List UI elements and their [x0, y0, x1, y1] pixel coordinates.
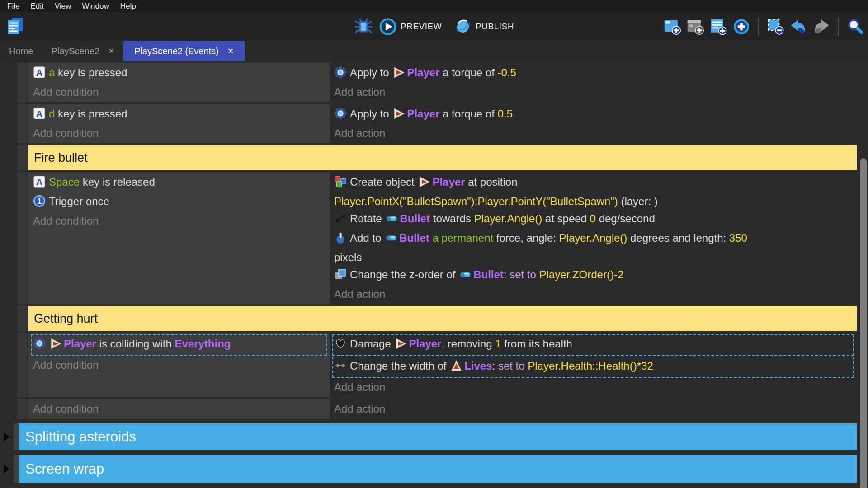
text-segment: a torque of — [439, 66, 497, 79]
action-instruction-selected[interactable]: Damage Player, removing 1 from its healt… — [332, 334, 854, 356]
add-condition-link[interactable]: Add condition — [33, 357, 330, 374]
text-segment: Player.Angle() — [474, 212, 542, 225]
events-sheet: Aa key is pressedAdd conditionApply to P… — [0, 61, 868, 488]
text-segment: Player.Angle() — [559, 232, 627, 244]
group-title[interactable]: Screen wrap — [19, 455, 857, 483]
event-drag-handle[interactable] — [17, 63, 27, 102]
text-segment: Damage — [350, 338, 394, 350]
collapse-arrow-icon[interactable] — [4, 432, 9, 441]
event-drag-handle[interactable] — [17, 399, 27, 419]
add-event-icon[interactable] — [663, 18, 681, 36]
condition-instruction[interactable]: ASpace key is released — [33, 174, 330, 193]
collapse-arrow-icon[interactable] — [4, 465, 9, 474]
text-segment: Space — [49, 176, 80, 188]
text-segment: Add to — [350, 232, 384, 244]
add-condition-link[interactable]: Add condition — [33, 125, 330, 142]
action-instruction[interactable]: Apply to Player a torque of 0.5 — [334, 105, 857, 125]
condition-instruction[interactable]: Aa key is pressed — [33, 64, 330, 84]
standard-event: Add conditionAdd action — [17, 399, 857, 419]
menu-file[interactable]: File — [2, 0, 25, 12]
event-drag-handle[interactable] — [17, 306, 27, 331]
publish-button[interactable]: PUBLISH — [454, 18, 514, 35]
instruction-line: Change the width of Lives: set to Player… — [334, 357, 853, 377]
group-drag-handle[interactable] — [14, 455, 19, 483]
conditions-column: Player is colliding with EverythingAdd c… — [28, 333, 330, 397]
condition-instruction[interactable]: Ad key is pressed — [33, 105, 330, 125]
keyboard-icon: A — [33, 66, 49, 84]
action-instruction[interactable]: Create object Player at positionPlayer.P… — [334, 174, 857, 210]
text-segment: Player — [432, 176, 465, 188]
heart-icon — [334, 337, 350, 355]
add-action-link[interactable]: Add action — [334, 125, 857, 142]
text-segment: key is pressed — [55, 66, 127, 79]
condition-instruction-selected[interactable]: Player is colliding with Everything — [31, 334, 327, 356]
actions-column: Apply to Player a torque of -0.5Add acti… — [330, 63, 857, 102]
event-drag-handle[interactable] — [17, 333, 27, 397]
tab-bar: Home PlayScene2 × PlayScene2 (Events) × — [0, 41, 868, 61]
svg-text:A: A — [36, 68, 42, 78]
action-instruction-selected[interactable]: Change the width of Lives: set to Player… — [332, 357, 854, 378]
text-segment: 1 — [495, 338, 501, 350]
menu-view[interactable]: View — [49, 0, 77, 12]
conditions-column: ASpace key is released1Trigger onceAdd c… — [28, 172, 330, 304]
action-instruction[interactable]: Rotate Bullet towards Player.Angle() at … — [334, 210, 857, 230]
text-segment: Apply to — [350, 108, 392, 120]
vertical-scrollbar[interactable] — [860, 158, 867, 488]
delete-selection-icon[interactable] — [766, 18, 784, 36]
toolbar-separator — [758, 17, 759, 36]
player-icon — [392, 108, 407, 125]
close-icon[interactable]: × — [108, 45, 114, 57]
add-condition-link[interactable]: Add condition — [33, 400, 330, 418]
standard-event: Aa key is pressedAdd conditionApply to P… — [17, 63, 857, 102]
toolbar-separator — [838, 17, 839, 36]
text-segment: Bullet — [473, 268, 504, 281]
gdevelop-window: File Edit View Window Help PREVIEW PUBLI… — [0, 0, 868, 488]
add-condition-link[interactable]: Add condition — [33, 84, 330, 101]
add-action-link[interactable]: Add action — [334, 379, 857, 396]
add-instruction-icon[interactable] — [732, 18, 750, 36]
preview-button[interactable]: PREVIEW — [379, 18, 442, 35]
comment-text[interactable]: Getting hurt — [28, 306, 857, 331]
add-subevent-icon[interactable] — [686, 18, 704, 36]
add-action-link[interactable]: Add action — [334, 84, 857, 101]
event-drag-handle[interactable] — [17, 172, 27, 304]
debug-icon[interactable] — [354, 17, 373, 36]
keyboard-icon: A — [33, 107, 49, 125]
group-drag-handle[interactable] — [14, 423, 19, 450]
publish-icon — [454, 18, 472, 35]
comment-text[interactable]: Fire bullet — [28, 145, 857, 170]
actions-column: Damage Player, removing 1 from its healt… — [330, 333, 857, 397]
text-segment: Change the z-order of — [350, 268, 458, 281]
event-drag-handle[interactable] — [17, 145, 27, 170]
tab-playscene2[interactable]: PlayScene2 × — [42, 41, 123, 61]
trigger-once-icon: 1 — [33, 195, 49, 212]
condition-instruction[interactable]: 1Trigger once — [33, 193, 330, 212]
group-title[interactable]: Splitting asteroids — [19, 423, 857, 450]
event-drag-handle[interactable] — [17, 104, 27, 143]
add-condition-link[interactable]: Add condition — [33, 212, 330, 230]
add-action-link[interactable]: Add action — [334, 400, 857, 418]
undo-icon[interactable] — [789, 18, 807, 36]
text-segment: a permanent — [432, 232, 493, 244]
menu-window[interactable]: Window — [76, 0, 114, 12]
instruction-line: Add to Bullet a permanent force, angle: … — [334, 230, 857, 249]
menu-edit[interactable]: Edit — [25, 0, 49, 12]
publish-label: PUBLISH — [476, 22, 514, 32]
svg-text:A: A — [36, 177, 42, 187]
add-action-link[interactable]: Add action — [334, 286, 857, 303]
tab-home[interactable]: Home — [0, 41, 42, 61]
lives-icon — [449, 360, 464, 377]
search-icon[interactable] — [846, 18, 864, 36]
action-instruction[interactable]: Apply to Player a torque of -0.5 — [334, 64, 857, 84]
instruction-line: ASpace key is released — [33, 174, 330, 193]
instruction-line: 1Trigger once — [33, 193, 330, 212]
add-comment-icon[interactable] — [709, 18, 727, 36]
instruction-line: pixels — [334, 249, 857, 266]
svg-text:A: A — [36, 109, 42, 119]
tab-playscene2-events[interactable]: PlayScene2 (Events) × — [123, 41, 245, 61]
close-icon[interactable]: × — [228, 45, 234, 57]
menu-help[interactable]: Help — [115, 0, 142, 12]
redo-icon[interactable] — [812, 18, 830, 36]
action-instruction[interactable]: Change the z-order of Bullet: set to Pla… — [334, 266, 857, 286]
action-instruction[interactable]: Add to Bullet a permanent force, angle: … — [334, 230, 857, 266]
